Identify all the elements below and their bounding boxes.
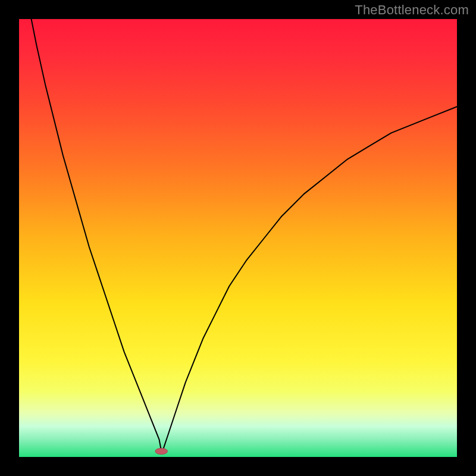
bottleneck-chart — [19, 19, 457, 457]
chart-background — [19, 19, 457, 457]
plot-frame — [19, 19, 457, 457]
watermark-text: TheBottleneck.com — [355, 2, 469, 18]
optimum-marker — [155, 448, 168, 454]
